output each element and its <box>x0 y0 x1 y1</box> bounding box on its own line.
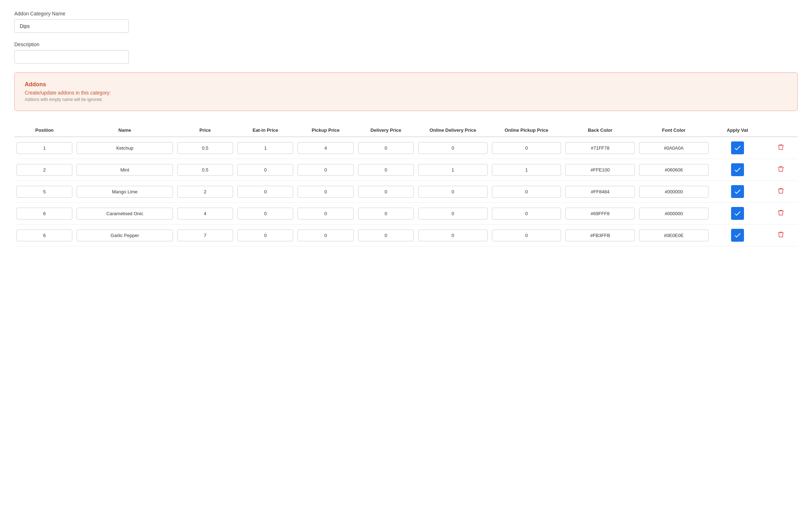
cell-input-name[interactable] <box>77 164 173 176</box>
cell-input-price[interactable] <box>177 230 233 241</box>
th-delete <box>764 124 798 137</box>
delete-row-button[interactable] <box>776 230 786 241</box>
cell-input-font-color[interactable] <box>639 142 709 154</box>
cell-input-delivery[interactable] <box>358 230 414 241</box>
cell-input-back-color[interactable] <box>565 186 635 198</box>
cell-input-delivery[interactable] <box>358 164 414 176</box>
table-row <box>14 224 798 246</box>
apply-vat-checkbox[interactable] <box>731 185 744 198</box>
cell-input-eat-in[interactable] <box>237 230 293 241</box>
table-header-row: Position Name Price Eat-in Price Pickup … <box>14 124 798 137</box>
cell-input-font-color[interactable] <box>639 186 709 198</box>
cell-input-pickup[interactable] <box>298 208 353 219</box>
cell-input-position[interactable] <box>16 230 72 241</box>
apply-vat-checkbox[interactable] <box>731 163 744 176</box>
cell-input-pickup[interactable] <box>298 186 353 198</box>
cell-input-font-color[interactable] <box>639 208 709 219</box>
cell-input-delivery[interactable] <box>358 142 414 154</box>
addon-category-label: Addon Category Name <box>14 11 798 16</box>
description-input[interactable] <box>14 50 129 64</box>
addons-title: Addons <box>25 81 787 88</box>
cell-input-position[interactable] <box>16 142 72 154</box>
cell-input-online-delivery[interactable] <box>418 230 488 241</box>
table-row <box>14 137 798 159</box>
cell-input-online-pickup[interactable] <box>492 230 561 241</box>
cell-input-delivery[interactable] <box>358 186 414 198</box>
th-eat-in-price: Eat-in Price <box>235 124 295 137</box>
cell-input-price[interactable] <box>177 208 233 219</box>
th-back-color: Back Color <box>563 124 637 137</box>
cell-input-eat-in[interactable] <box>237 164 293 176</box>
addon-category-group: Addon Category Name <box>14 11 798 33</box>
cell-input-online-delivery[interactable] <box>418 164 488 176</box>
cell-input-pickup[interactable] <box>298 230 353 241</box>
cell-input-online-pickup[interactable] <box>492 208 561 219</box>
cell-input-online-pickup[interactable] <box>492 164 561 176</box>
table-row <box>14 159 798 181</box>
th-font-color: Font Color <box>637 124 711 137</box>
cell-input-online-delivery[interactable] <box>418 186 488 198</box>
cell-input-position[interactable] <box>16 164 72 176</box>
cell-input-online-delivery[interactable] <box>418 142 488 154</box>
cell-input-pickup[interactable] <box>298 142 353 154</box>
apply-vat-checkbox[interactable] <box>731 141 744 154</box>
table-row <box>14 181 798 203</box>
delete-row-button[interactable] <box>776 164 786 176</box>
apply-vat-checkbox[interactable] <box>731 207 744 220</box>
cell-input-name[interactable] <box>77 142 173 154</box>
table-row <box>14 203 798 224</box>
cell-input-back-color[interactable] <box>565 142 635 154</box>
addons-table: Position Name Price Eat-in Price Pickup … <box>14 124 798 246</box>
addons-box: Addons Create/update addons in this cate… <box>14 72 798 111</box>
cell-input-back-color[interactable] <box>565 230 635 241</box>
cell-input-name[interactable] <box>77 208 173 219</box>
cell-input-name[interactable] <box>77 230 173 241</box>
cell-input-name[interactable] <box>77 186 173 198</box>
addons-table-container: Position Name Price Eat-in Price Pickup … <box>14 124 798 246</box>
addons-note: Addons with empty name will be ignored. <box>25 97 787 102</box>
th-name: Name <box>74 124 175 137</box>
th-apply-vat: Apply Vat <box>711 124 764 137</box>
th-position: Position <box>14 124 74 137</box>
cell-input-delivery[interactable] <box>358 208 414 219</box>
cell-input-back-color[interactable] <box>565 208 635 219</box>
cell-input-position[interactable] <box>16 208 72 219</box>
apply-vat-checkbox[interactable] <box>731 229 744 242</box>
th-delivery-price: Delivery Price <box>356 124 416 137</box>
addon-category-input[interactable] <box>14 19 129 33</box>
description-group: Description <box>14 42 798 64</box>
cell-input-online-pickup[interactable] <box>492 142 561 154</box>
cell-input-price[interactable] <box>177 142 233 154</box>
cell-input-back-color[interactable] <box>565 164 635 176</box>
addons-subtitle: Create/update addons in this category: <box>25 90 787 96</box>
cell-input-font-color[interactable] <box>639 164 709 176</box>
th-online-delivery-price: Online Delivery Price <box>416 124 490 137</box>
delete-row-button[interactable] <box>776 208 786 219</box>
cell-input-pickup[interactable] <box>298 164 353 176</box>
cell-input-font-color[interactable] <box>639 230 709 241</box>
th-online-pickup-price: Online Pickup Price <box>490 124 564 137</box>
th-price: Price <box>175 124 235 137</box>
cell-input-eat-in[interactable] <box>237 142 293 154</box>
cell-input-price[interactable] <box>177 186 233 198</box>
delete-row-button[interactable] <box>776 142 786 154</box>
cell-input-online-pickup[interactable] <box>492 186 561 198</box>
cell-input-online-delivery[interactable] <box>418 208 488 219</box>
th-pickup-price: Pickup Price <box>295 124 356 137</box>
cell-input-eat-in[interactable] <box>237 186 293 198</box>
description-label: Description <box>14 42 798 47</box>
cell-input-position[interactable] <box>16 186 72 198</box>
delete-row-button[interactable] <box>776 186 786 198</box>
cell-input-eat-in[interactable] <box>237 208 293 219</box>
cell-input-price[interactable] <box>177 164 233 176</box>
